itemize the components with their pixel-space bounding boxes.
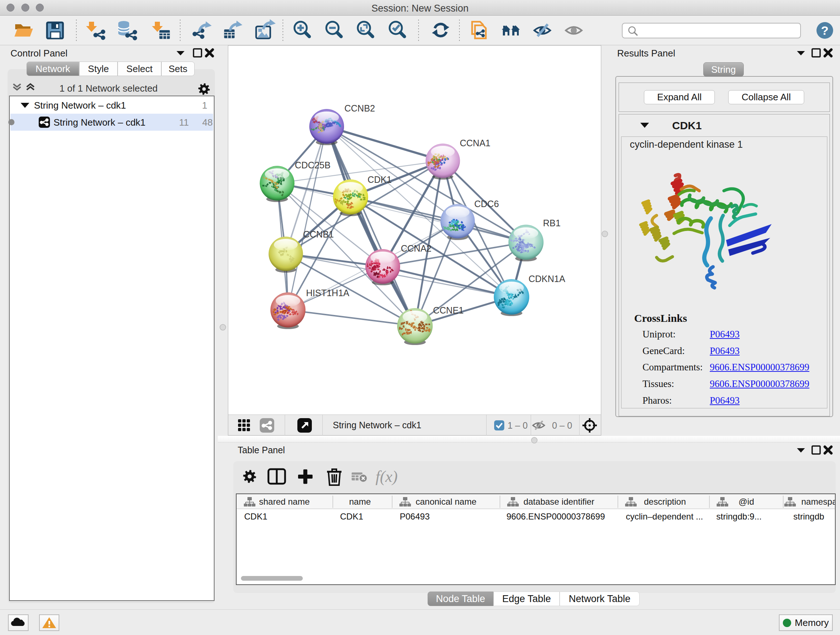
- svg-text:f(x): f(x): [376, 468, 398, 486]
- svg-text:description: description: [644, 497, 686, 507]
- svg-text:CCNA1: CCNA1: [460, 138, 491, 148]
- svg-text:stringdb:9...: stringdb:9...: [716, 511, 761, 521]
- svg-text:?: ?: [821, 24, 829, 37]
- svg-text:CDC25B: CDC25B: [295, 160, 331, 170]
- svg-text:HIST1H1A: HIST1H1A: [306, 288, 349, 298]
- svg-text:stringdb: stringdb: [793, 511, 824, 521]
- svg-text:CCNB2: CCNB2: [344, 103, 375, 113]
- svg-text:CDC6: CDC6: [474, 199, 499, 209]
- svg-text:CDK1: CDK1: [340, 511, 363, 521]
- svg-text:namespac: namespac: [801, 497, 835, 507]
- svg-text:shared name: shared name: [259, 497, 309, 507]
- svg-text:@id: @id: [738, 497, 754, 507]
- svg-text:name: name: [349, 497, 371, 507]
- svg-text:CCNA2: CCNA2: [401, 243, 431, 253]
- svg-text:CCNB1: CCNB1: [303, 229, 334, 239]
- svg-text:database identifier: database identifier: [523, 497, 594, 507]
- svg-text:CDK1: CDK1: [244, 511, 267, 521]
- svg-text:CDKN1A: CDKN1A: [529, 274, 565, 284]
- svg-text:RB1: RB1: [543, 218, 561, 228]
- svg-text:cyclin–dependent ...: cyclin–dependent ...: [626, 511, 703, 521]
- svg-text:9606.ENSP00000378699: 9606.ENSP00000378699: [507, 511, 605, 521]
- svg-text:CCNE1: CCNE1: [433, 305, 464, 315]
- svg-text:P06493: P06493: [400, 511, 430, 521]
- svg-text:canonical name: canonical name: [416, 497, 477, 507]
- svg-text:CDK1: CDK1: [368, 174, 392, 185]
